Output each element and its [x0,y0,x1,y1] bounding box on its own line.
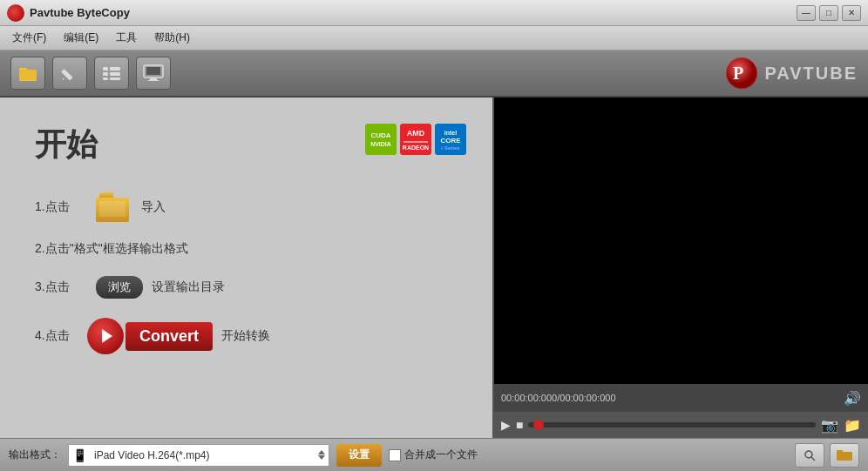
app-title: Pavtube ByteCopy [30,6,797,19]
app-icon [7,4,24,22]
svg-line-30 [811,457,815,461]
svg-text:AMD: AMD [407,129,425,138]
left-panel: 开始 CUDA NVIDIA AMD RADEON [0,98,492,438]
folder-open-icon[interactable]: 📁 [844,417,861,434]
monitor-button[interactable] [136,57,171,90]
toolbar: P PAVTUBE [0,50,868,98]
format-dropdown-arrow[interactable] [315,450,329,460]
menu-file[interactable]: 文件(F) [3,29,55,47]
step-1-row: 1.点击 导入 [35,192,458,222]
svg-rect-13 [150,78,157,80]
convert-button[interactable]: Convert [125,322,213,351]
minimize-button[interactable]: — [797,5,816,21]
stop-button[interactable]: ■ [516,418,523,432]
logo-text: PAVTUBE [764,64,858,84]
step-3-label: 3.点击 [35,279,87,295]
progress-thumb[interactable] [533,420,544,430]
close-button[interactable]: ✕ [842,5,861,21]
svg-rect-28 [99,201,125,217]
step-4-row: 4.点击 Convert 开始转换 [35,318,458,354]
svg-rect-22 [403,141,428,143]
svg-rect-12 [146,67,160,75]
svg-text:RADEON: RADEON [403,145,429,151]
bottom-bar: 输出格式： 📱 iPad Video H.264(*.mp4) 设置 合并成一个… [0,438,868,471]
menu-edit[interactable]: 编辑(E) [55,29,107,47]
search-bottom-button[interactable] [795,443,824,468]
list-button[interactable] [94,57,129,90]
nvidia-badge: CUDA NVIDIA [365,124,397,155]
menubar: 文件(F) 编辑(E) 工具 帮助(H) [0,26,868,50]
browse-button[interactable]: 浏览 [96,276,143,299]
arrow-down-icon [318,455,325,460]
step-3-action: 设置输出目录 [152,279,225,295]
video-preview [494,98,868,384]
svg-rect-6 [110,67,120,71]
format-select[interactable]: 📱 iPad Video H.264(*.mp4) [68,444,329,467]
format-select-text: iPad Video H.264(*.mp4) [91,449,315,461]
convert-icon [87,318,124,354]
playback-bar: ▶ ■ 📷 📁 [494,412,868,438]
step-2-text: 2.点击"格式"框选择输出格式 [35,241,188,257]
screenshot-icon[interactable]: 📷 [821,417,838,434]
svg-text:intel: intel [444,130,457,136]
svg-rect-17 [365,124,397,155]
gpu-badges: CUDA NVIDIA AMD RADEON intel CORE i Seri… [365,124,466,155]
video-controls-bar: 00:00:00:000/00:00:00:000 🔊 [494,384,868,412]
merge-label: 合并成一个文件 [404,447,478,462]
amd-badge: AMD RADEON [400,124,431,155]
edit-button[interactable] [52,57,87,90]
svg-point-29 [805,451,812,458]
timecode-display: 00:00:00:000/00:00:00:000 [501,393,840,403]
svg-text:CORE: CORE [440,137,461,145]
import-folder-icon[interactable] [96,192,132,222]
progress-track[interactable] [528,422,816,427]
menu-help[interactable]: 帮助(H) [146,29,199,47]
step-1-label: 1.点击 [35,199,87,215]
step-4-action: 开始转换 [221,328,270,344]
step-4-label: 4.点击 [35,328,87,344]
svg-text:CUDA: CUDA [370,131,390,139]
svg-marker-4 [63,78,64,80]
right-panel: 00:00:00:000/00:00:00:000 🔊 ▶ ■ 📷 📁 [492,98,868,438]
pavtube-logo: P PAVTUBE [726,57,858,89]
svg-text:NVIDIA: NVIDIA [370,141,391,147]
merge-checkbox-wrap: 合并成一个文件 [389,447,478,462]
open-files-button[interactable] [10,57,45,90]
svg-rect-8 [110,72,120,76]
svg-rect-5 [103,67,108,71]
format-label: 输出格式： [9,447,61,462]
svg-rect-9 [103,77,108,80]
svg-rect-14 [148,80,159,81]
convert-btn-wrap: Convert [87,318,221,354]
titlebar: Pavtube ByteCopy — □ ✕ [0,0,868,26]
step-1-action: 导入 [141,199,166,215]
pavtube-logo-icon: P [726,57,757,89]
svg-text:i Series: i Series [441,145,460,151]
merge-checkbox[interactable] [389,449,401,461]
svg-rect-2 [19,70,37,80]
folder-body [96,198,129,222]
menu-tools[interactable]: 工具 [107,29,146,47]
main-area: 开始 CUDA NVIDIA AMD RADEON [0,98,868,438]
bottom-right-buttons [795,443,859,468]
settings-button[interactable]: 设置 [336,444,382,467]
volume-icon[interactable]: 🔊 [844,390,861,407]
window-controls: — □ ✕ [797,5,861,21]
svg-rect-10 [110,77,120,80]
format-select-icon: 📱 [72,448,87,462]
maximize-button[interactable]: □ [819,5,838,21]
folder-bottom-button[interactable] [830,443,859,468]
step-3-row: 3.点击 浏览 设置输出目录 [35,276,458,299]
step-2-row: 2.点击"格式"框选择输出格式 [35,241,458,257]
play-button[interactable]: ▶ [501,418,511,432]
svg-rect-7 [103,72,108,76]
intel-badge: intel CORE i Series [435,124,466,155]
svg-text:P: P [733,64,743,83]
arrow-up-icon [318,450,325,454]
svg-rect-32 [837,450,843,454]
